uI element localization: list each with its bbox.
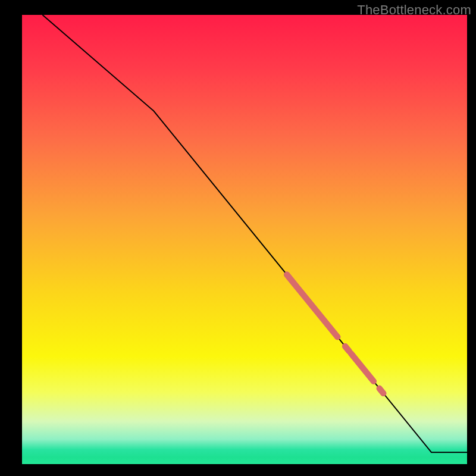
highlight-top-dot-b [380, 389, 384, 393]
bottleneck-chart [0, 0, 476, 476]
gradient-background [22, 15, 467, 464]
chart-frame: TheBottleneck.com [0, 0, 476, 476]
highlight-top-dot-a [345, 346, 349, 351]
watermark-text: TheBottleneck.com [357, 2, 471, 18]
